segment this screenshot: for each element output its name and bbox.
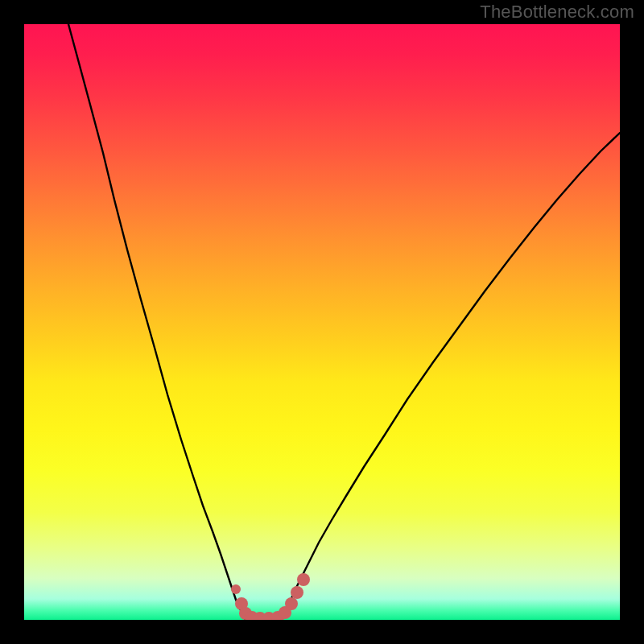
markers-layer [24, 24, 620, 620]
chart-container: TheBottleneck.com [0, 0, 644, 644]
markers-bottom [231, 573, 310, 620]
marker-dot [231, 584, 241, 594]
marker-dot [297, 573, 310, 586]
watermark-label: TheBottleneck.com [480, 2, 634, 23]
plot-area [24, 24, 620, 620]
marker-dot [285, 597, 298, 610]
marker-dot [291, 586, 303, 599]
